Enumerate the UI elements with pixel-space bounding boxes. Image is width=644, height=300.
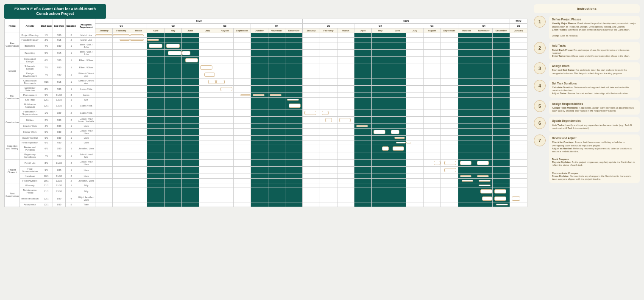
gantt-bar: [494, 189, 506, 193]
month-hdr: July: [199, 28, 216, 33]
timeline-cell: [95, 42, 113, 49]
timeline-cell: [199, 49, 216, 56]
timeline-cell: [354, 145, 372, 152]
timeline-cell: [303, 93, 320, 97]
timeline-cell: [337, 97, 354, 102]
timeline-cell: [147, 188, 164, 195]
timeline-cell: [440, 33, 458, 37]
timeline-cell: [130, 178, 147, 183]
table-row: Site Prep12/112/301Mia: [5, 97, 527, 102]
timeline-cell: [285, 109, 303, 116]
timeline-cell: [147, 166, 164, 174]
timeline-cell: [510, 128, 527, 135]
timeline-cell: [130, 93, 147, 97]
dur-cell: 1: [65, 42, 77, 49]
timeline-cell: [285, 145, 303, 152]
timeline-cell: [130, 56, 147, 64]
step-text: Start and End Dates: For each task, inpu…: [552, 69, 637, 75]
assignee-cell: Lucas / Mia / Liam: [77, 159, 95, 166]
gantt-bar: [356, 125, 368, 127]
timeline-cell: [510, 123, 527, 128]
timeline-cell: [406, 71, 424, 78]
timeline-cell: [372, 145, 389, 152]
timeline-cell: [493, 128, 510, 135]
timeline-cell: [216, 152, 234, 159]
timeline-cell: [285, 195, 303, 202]
timeline-cell: [199, 71, 216, 78]
dur-cell: 1: [65, 64, 77, 71]
timeline-cell: [95, 71, 113, 78]
timeline-cell: [406, 145, 424, 152]
timeline-cell: [251, 71, 268, 78]
timeline-cell: [113, 71, 130, 78]
timeline-cell: [440, 116, 458, 123]
timeline-cell: [424, 42, 441, 49]
timeline-cell: [181, 97, 199, 102]
timeline-cell: [285, 166, 303, 174]
timeline-cell: [320, 56, 337, 64]
timeline-cell: [181, 145, 199, 152]
activity-cell: Feasibility Study: [20, 37, 40, 42]
timeline-cell: [95, 152, 113, 159]
timeline-cell: [320, 135, 337, 140]
timeline-cell: [389, 116, 406, 123]
timeline-cell: [251, 183, 268, 188]
timeline-cell: [389, 159, 406, 166]
timeline-cell: [510, 140, 527, 145]
timeline-cell: [251, 116, 268, 123]
timeline-cell: [372, 78, 389, 85]
quarter: Q1: [510, 23, 527, 28]
step-body: Review and AdjustCheck for Overlaps: Ens…: [549, 135, 640, 183]
timeline-cell: [130, 85, 147, 93]
timeline-cell: [181, 49, 199, 56]
end-cell: 2/29: [53, 109, 65, 116]
timeline-cell: [234, 145, 251, 152]
timeline-cell: [424, 152, 441, 159]
timeline-cell: [164, 178, 182, 183]
step-text: Assign Team Members: If applicable, assi…: [552, 107, 637, 112]
timeline-cell: [303, 85, 320, 93]
timeline-cell: [251, 85, 268, 93]
timeline-cell: [493, 102, 510, 109]
step-title: Add Tasks: [552, 44, 637, 48]
timeline-cell: [337, 128, 354, 135]
step-number: 4: [534, 80, 546, 92]
activity-cell: Exterior Work: [20, 123, 40, 128]
timeline-cell: [234, 140, 251, 145]
timeline-cell: [216, 145, 234, 152]
timeline-cell: [303, 49, 320, 56]
timeline-cell: [406, 159, 424, 166]
gantt-bar: [95, 34, 112, 36]
timeline-cell: [234, 33, 251, 37]
timeline-cell: [475, 145, 493, 152]
timeline-cell: [372, 128, 389, 135]
timeline-cell: [113, 116, 130, 123]
timeline-cell: [113, 174, 130, 178]
quarter: Q1: [95, 23, 147, 28]
timeline-cell: [493, 140, 510, 145]
end-cell: 12/30: [53, 188, 65, 195]
timeline-cell: [406, 93, 424, 97]
timeline-cell: [303, 159, 320, 166]
timeline-cell: [130, 128, 147, 135]
timeline-cell: [510, 202, 527, 207]
timeline-cell: [95, 37, 113, 42]
timeline-cell: [458, 37, 475, 42]
timeline-cell: [181, 123, 199, 128]
timeline-cell: [372, 202, 389, 207]
timeline-cell: [181, 85, 199, 93]
table-row: DesignConceptual Design6/16/301Ethan / O…: [5, 56, 527, 64]
timeline-cell: [147, 123, 164, 128]
timeline-cell: [113, 145, 130, 152]
timeline-cell: [475, 102, 493, 109]
dur-cell: 1: [65, 135, 77, 140]
timeline-cell: [475, 116, 493, 123]
timeline-cell: [181, 116, 199, 123]
timeline-cell: [475, 37, 493, 42]
timeline-cell: [440, 195, 458, 202]
timeline-cell: [320, 37, 337, 42]
chart-title: EXAMPLE of a Gannt Chart for a Multi-Mon…: [4, 4, 106, 19]
timeline-cell: [251, 178, 268, 183]
timeline-cell: [510, 178, 527, 183]
timeline-cell: [424, 166, 441, 174]
